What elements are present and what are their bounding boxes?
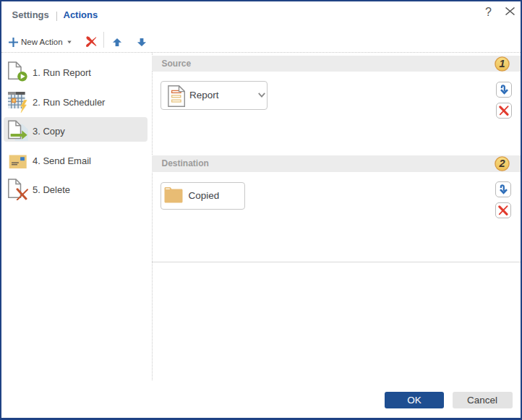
svg-text:2: 2 bbox=[498, 158, 505, 169]
svg-text:1: 1 bbox=[499, 58, 505, 69]
